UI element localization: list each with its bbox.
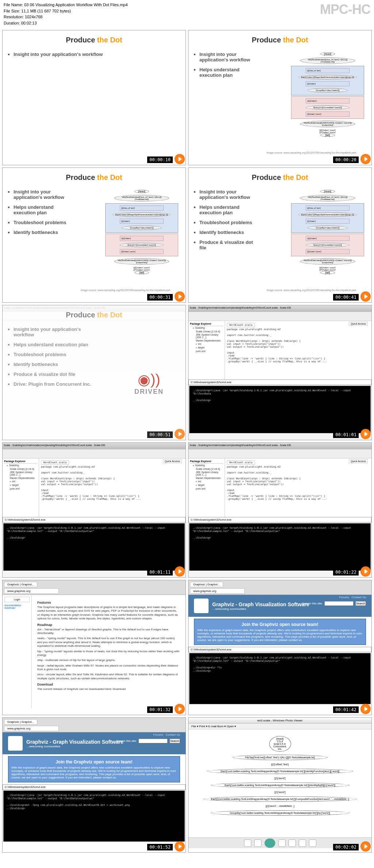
tree-item[interactable]: target — [190, 346, 223, 350]
image-source: Image source: www.cascading.org/2012/07/… — [267, 289, 357, 291]
play-icon[interactable] — [360, 429, 371, 439]
play-icon[interactable] — [175, 704, 185, 714]
terminal[interactable]: ..\Scalding>\\java -jar target/Scalding-… — [189, 653, 371, 704]
quick-access[interactable]: Quick Access — [163, 459, 182, 463]
pv-zoom-icon[interactable] — [244, 839, 251, 847]
tree-item[interactable]: JRE System Library [JDK 1...] — [4, 471, 37, 476]
thumbnail-8[interactable]: Scala - Scalding/src/main/scala/com/plur… — [188, 442, 372, 578]
pv-delete-icon[interactable] — [309, 839, 316, 847]
editor-tab[interactable]: WordCount.scala — [227, 323, 255, 327]
thumbnail-2[interactable]: Produce the Dot Insight into your applic… — [188, 30, 372, 165]
tree-item[interactable]: Maven Dependencies — [4, 476, 37, 480]
quick-access[interactable]: Quick Access — [349, 459, 368, 463]
ide-toolbar[interactable] — [3, 449, 186, 458]
play-icon[interactable] — [175, 566, 185, 577]
thumbnail-6[interactable]: Scala - Scalding/src/main/scala/com/plur… — [188, 305, 372, 440]
filesize-label: File Size: — [4, 9, 20, 13]
quick-access[interactable]: Quick Access — [349, 322, 368, 326]
tree-item[interactable]: Maven Dependencies — [190, 339, 223, 342]
terminal[interactable]: ..\Scalding>\\java -jar target/Scalding-… — [3, 523, 185, 571]
tree-item[interactable]: Maven Dependencies — [190, 476, 223, 480]
login-box[interactable]: Login — [4, 597, 30, 602]
thumbnail-12[interactable]: wc0.scala - Windows Photo Viewer File ▾ … — [188, 717, 372, 853]
tree-item[interactable]: src — [4, 480, 37, 483]
thumbnail-11[interactable]: Graphviz | Graphvi... www.graphviz.org ⬡… — [2, 717, 186, 853]
tree-item[interactable]: src — [190, 342, 223, 346]
tree-item[interactable]: Scala Library [2.10.4] — [190, 330, 223, 333]
tree-item[interactable]: target — [4, 483, 37, 487]
url-bar[interactable]: www.graphviz.org — [4, 588, 59, 594]
thumbnail-7[interactable]: Scala - Scalding/src/main/scala/com/plur… — [2, 442, 186, 578]
timestamp: 00:00:20 — [333, 156, 359, 163]
nav-link[interactable]: documentation — [4, 604, 30, 607]
url-bar[interactable]: www.graphviz.org — [190, 588, 245, 594]
tree-item[interactable]: Scalding — [4, 464, 37, 467]
code-editor[interactable]: WordCount.scala package com.pluralsight.… — [225, 458, 371, 517]
url-bar[interactable]: www.graphviz.org — [4, 726, 59, 731]
ide-toolbar[interactable] — [188, 449, 371, 458]
section-heading: Download — [37, 683, 180, 686]
package-explorer[interactable]: Package Explorer Scalding Scala Library … — [3, 458, 39, 517]
editor-tab[interactable]: WordCount.scala — [227, 460, 255, 465]
tree-item[interactable]: target — [190, 483, 223, 487]
tree-item[interactable]: pom.xml — [190, 487, 223, 490]
play-icon[interactable] — [175, 841, 185, 852]
pv-rotate-right-icon[interactable] — [299, 839, 306, 847]
graphviz-sidebar: Login documentation download — [3, 595, 32, 708]
contact-link[interactable]: Contact Us — [165, 733, 180, 736]
play-icon[interactable] — [360, 566, 371, 577]
package-explorer[interactable]: Package Explorer Scalding Scala Library … — [188, 458, 225, 517]
thumbnail-9[interactable]: Graphviz | Graphvi... www.graphviz.org L… — [2, 580, 186, 715]
timestamp: 00:01:11 — [147, 569, 173, 575]
browser-tab[interactable]: Graphviz | Graphvi... — [190, 582, 223, 587]
play-icon[interactable] — [360, 154, 371, 164]
thumbnail-10[interactable]: Graphviz | Graphvi... www.graphviz.org ⬡… — [188, 580, 372, 715]
tree-item[interactable]: JRE System Library [JDK 1...] — [190, 333, 223, 339]
filename-label: File Name: — [4, 3, 23, 7]
search-input[interactable] — [324, 601, 354, 606]
tree-item[interactable]: src — [190, 480, 223, 483]
thumbnail-5[interactable]: Produce the Dot Insight into your applic… — [2, 305, 186, 440]
play-icon[interactable] — [360, 291, 371, 302]
play-icon[interactable] — [360, 841, 371, 852]
terminal[interactable]: ..\Scalding>\\java -jar target/Scalding-… — [189, 523, 371, 571]
browser-tab[interactable]: Graphviz | Graphvi... — [4, 582, 37, 587]
pv-next-icon[interactable] — [278, 839, 286, 847]
package-explorer[interactable]: Package Explorer Scalding Scala Library … — [188, 321, 225, 380]
bullet-item: Drive: Plugin from Concurrent Inc. — [14, 381, 92, 387]
play-icon[interactable] — [175, 154, 185, 164]
ide-toolbar[interactable] — [188, 312, 371, 321]
code-editor[interactable]: WordCount.scala package com.pluralsight.… — [39, 458, 186, 517]
thumbnail-3[interactable]: Produce the Dot Insight into your applic… — [2, 167, 186, 303]
search-button[interactable]: Search — [355, 601, 366, 606]
thumbnail-4[interactable]: Produce the Dot Insight into your applic… — [188, 167, 372, 303]
pv-prev-icon[interactable] — [254, 839, 262, 847]
search-input[interactable] — [138, 739, 168, 743]
photo-viewer-menu[interactable]: File ▾ Print ▾ E-mail Burn ▾ Open ▾ — [188, 724, 371, 729]
tree-item[interactable]: Scala Library [2.10.4] — [190, 467, 223, 471]
terminal[interactable]: ..\Scalding>\\java -jar target/Scalding-… — [189, 386, 371, 433]
code-editor[interactable]: WordCount.scala package com.pluralsight.… — [225, 321, 371, 380]
forums-link[interactable]: Forums — [339, 596, 349, 599]
editor-tab[interactable]: WordCount.scala — [41, 460, 69, 465]
tree-item[interactable]: pom.xml — [4, 487, 37, 490]
tree-item[interactable]: Scalding — [190, 464, 223, 467]
tree-item[interactable]: Scala Library [2.10.4] — [4, 467, 37, 471]
play-icon[interactable] — [360, 704, 371, 714]
tree-item[interactable]: pom.xml — [190, 350, 223, 353]
tree-item[interactable]: Scalding — [190, 326, 223, 330]
play-icon[interactable] — [175, 291, 185, 302]
pv-play-icon[interactable] — [264, 838, 275, 848]
nav-link[interactable]: download — [4, 607, 30, 609]
bullet-item: Helps understand execution plan — [199, 67, 260, 78]
contact-link[interactable]: Contact Us — [351, 596, 366, 599]
terminal[interactable]: ..\Scalding>\\java -jar target/Scalding-… — [3, 790, 185, 842]
pv-rotate-left-icon[interactable] — [289, 839, 296, 847]
thumbnail-1[interactable]: Produce the Dot Insight into your applic… — [2, 30, 186, 165]
forums-link[interactable]: Forums — [153, 733, 163, 736]
section-heading: Roadmap — [37, 623, 180, 627]
graphviz-logo-icon: ⬡ — [8, 736, 23, 751]
search-button[interactable]: Search — [169, 739, 180, 743]
browser-tab[interactable]: Graphviz | Graphvi... — [4, 719, 37, 725]
tree-item[interactable]: JRE System Library [JDK 1...] — [190, 471, 223, 476]
